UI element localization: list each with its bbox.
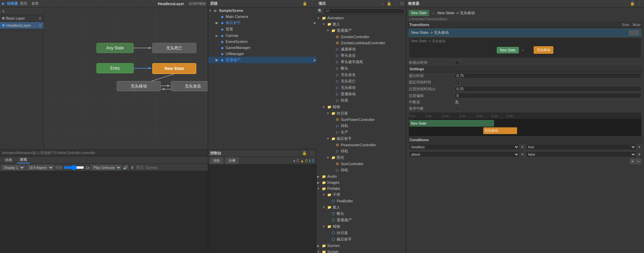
solo-btn[interactable] bbox=[629, 30, 634, 35]
audio-toggle[interactable]: 🔊 bbox=[123, 165, 128, 170]
proj-sun-ctrl[interactable]: ⚙ SunFlowerController bbox=[316, 117, 406, 123]
proj-sunflower-folder[interactable]: ▼ 📁 向日葵 bbox=[316, 110, 406, 117]
new-state-node[interactable]: New State bbox=[152, 63, 196, 74]
wutou-gongji-node[interactable]: 无头攻击 bbox=[171, 81, 208, 91]
new-state-track[interactable]: New State bbox=[409, 120, 494, 127]
proj-pea-prefab[interactable]: ⬡ 豌豆射手 bbox=[316, 236, 406, 243]
search-input[interactable] bbox=[324, 8, 404, 14]
tab-animation[interactable]: 动画 bbox=[2, 157, 15, 163]
proj-zombie-ctrl[interactable]: ⚙ ZombieController bbox=[316, 34, 406, 40]
proj-animation-folder[interactable]: ▼ 📁 Animation bbox=[316, 15, 406, 21]
proj-wutou-si-anim[interactable]: ▷ 无头死亡 bbox=[316, 78, 406, 84]
proj-daiji-anim[interactable]: ▷ 待机 bbox=[316, 123, 406, 129]
tree-canvas[interactable]: ▶ ◆ Canvas bbox=[208, 32, 316, 39]
condition-value-dropdown-2[interactable]: ▼ bbox=[638, 152, 641, 156]
gizmos-label[interactable]: Gizmos bbox=[145, 166, 158, 170]
headless-gear-icon[interactable]: ⚙ bbox=[39, 24, 42, 27]
proj-sun-daiji[interactable]: ▷ 待机 bbox=[316, 167, 406, 173]
tree-peashooter[interactable]: ▶ ◆ 豌豆射手 ▶ bbox=[208, 20, 316, 26]
has-exit-checkbox[interactable] bbox=[455, 60, 460, 65]
proj-sun-folder[interactable]: ▼ 📁 阳光 bbox=[316, 154, 406, 161]
layer-headless[interactable]: HeadlessLayer ⚙ bbox=[0, 22, 44, 29]
any-state-node[interactable]: Any State bbox=[96, 43, 134, 53]
condition-value-1[interactable]: true bbox=[526, 144, 637, 150]
add-layer-btn[interactable]: + bbox=[2, 8, 5, 14]
tab-game[interactable]: 游戏 bbox=[17, 156, 30, 163]
console-menu[interactable]: ⋮ bbox=[309, 151, 314, 156]
add-condition-btn[interactable]: + bbox=[630, 159, 635, 164]
ordered-interruption-checkbox[interactable] bbox=[455, 106, 460, 111]
console-lock[interactable]: 🔓 bbox=[302, 151, 307, 156]
clear-btn[interactable]: 清除 bbox=[210, 157, 223, 164]
proj-pea-folder[interactable]: ▼ 📁 豌豆射手 bbox=[316, 135, 406, 142]
inspector-lock[interactable]: 🔓 bbox=[630, 1, 635, 6]
wutou-yidong-track[interactable]: 无头移动 bbox=[483, 127, 517, 134]
proj-wutou-gongji-anim[interactable]: ▷ 无头攻击 bbox=[316, 72, 406, 78]
remove-condition-btn[interactable]: − bbox=[636, 159, 641, 164]
project-menu[interactable]: ⋮ bbox=[393, 1, 399, 6]
exit-time-input[interactable] bbox=[455, 73, 641, 78]
proj-prefabs-folder[interactable]: ▼ 📁 Prefabs bbox=[316, 185, 406, 192]
condition-dropdown-1[interactable]: ▼ bbox=[521, 145, 525, 149]
project-add[interactable]: + bbox=[380, 1, 385, 6]
transitions-section-header[interactable]: Transitions Solo Mute bbox=[407, 22, 643, 28]
proj-scripts-folder[interactable]: ▼ 📁 Scripts bbox=[316, 249, 406, 253]
tree-uimanager[interactable]: ◆ UIManager bbox=[208, 51, 316, 57]
collapse-btn[interactable]: 折叠 bbox=[226, 157, 239, 164]
proj-daigong-anim[interactable]: ▷ 带头攻击 bbox=[316, 52, 406, 59]
tree-bg[interactable]: ◆ 背景 bbox=[208, 26, 316, 32]
condition-param-2[interactable]: attack bbox=[409, 151, 519, 157]
proj-zombie-lost-ctrl[interactable]: ⚙ ZombieLostHeadController bbox=[316, 40, 406, 46]
tree-main-camera[interactable]: ◆ Main Camera bbox=[208, 14, 316, 20]
transition-offset-input[interactable] bbox=[455, 93, 641, 98]
condition-dropdown-2[interactable]: ▼ bbox=[521, 152, 525, 156]
project-lock[interactable]: 🔓 bbox=[386, 1, 392, 6]
proj-audio-folder[interactable]: ▶ 📁 Audio bbox=[316, 173, 406, 179]
proj-zidan-folder[interactable]: ▼ 📁 子弹 bbox=[316, 192, 406, 198]
autolink-label[interactable]: 自动时锁链 bbox=[189, 1, 206, 6]
fixed-duration-checkbox[interactable] bbox=[455, 80, 460, 85]
proj-zombie-prefab[interactable]: ⬡ 普通僵尸 bbox=[316, 217, 406, 223]
scene-item[interactable]: ▼ ▶ SampleScene bbox=[208, 7, 316, 14]
canvas-area[interactable]: Any State Entry New State 无头死亡 无头移动 bbox=[44, 7, 208, 142]
proj-scenes-folder[interactable]: ▶ 📁 Scenes bbox=[316, 243, 406, 249]
proj-jiansu-anim[interactable]: ▷ 减速移动 bbox=[316, 46, 406, 52]
animator-tab-canshu[interactable]: 参数 bbox=[31, 1, 39, 6]
proj-pea-ctrl[interactable]: ⚙ PeashooterController bbox=[316, 142, 406, 148]
condition-value-dropdown-1[interactable]: ▼ bbox=[638, 145, 641, 149]
hierarchy-lock[interactable]: 🔓 bbox=[302, 1, 308, 6]
proj-diren-folder2[interactable]: ▼ 📁 敌人 bbox=[316, 204, 406, 210]
proj-sunflower-prefab[interactable]: ⬡ 向日葵 bbox=[316, 230, 406, 236]
proj-peabullet-prefab[interactable]: ⬡ PeaBullet bbox=[316, 198, 406, 204]
proj-daiche-anim[interactable]: ▷ 带头被车撞死 bbox=[316, 59, 406, 65]
wutou-si-node[interactable]: 无头死亡 bbox=[152, 43, 196, 53]
conditions-section-header[interactable]: Conditions bbox=[407, 137, 643, 143]
proj-enemy-folder[interactable]: ▼ 📁 敌人 bbox=[316, 21, 406, 27]
game-panel-menu[interactable]: ⋮ bbox=[200, 157, 206, 163]
mute-btn[interactable] bbox=[634, 30, 639, 35]
proj-duantou-anim[interactable]: ▷ 断头 bbox=[316, 65, 406, 72]
aspect-select[interactable]: 16:9 Aspect bbox=[26, 165, 54, 170]
proj-images-folder[interactable]: ▶ 📁 Images bbox=[316, 179, 406, 185]
inspector-menu[interactable]: ⋮ bbox=[637, 1, 642, 6]
proj-duantou-prefab[interactable]: ⬡ 断头 bbox=[316, 210, 406, 217]
proj-zombie-folder[interactable]: ▼ 📁 普通僵尸 bbox=[316, 27, 406, 34]
tree-eventsystem[interactable]: ◆ EventSystem bbox=[208, 39, 316, 45]
proj-plant-folder[interactable]: ▼ 📁 植物 bbox=[316, 104, 406, 110]
condition-param-1[interactable]: headless bbox=[409, 144, 519, 150]
proj-wutou-yidong-anim[interactable]: ▷ 无头移动 bbox=[316, 84, 406, 91]
transition-item[interactable]: New State -> 无头移动 bbox=[409, 29, 641, 36]
settings-section-header[interactable]: Settings bbox=[407, 66, 643, 72]
proj-zhasi-anim[interactable]: ▷ 炸死 bbox=[316, 97, 406, 104]
play-select[interactable]: Play Unfocused bbox=[91, 165, 121, 170]
transition-duration-input[interactable] bbox=[455, 86, 641, 92]
proj-pea-daiji[interactable]: ▷ 待机 bbox=[316, 148, 406, 154]
proj-plant-folder2[interactable]: ▼ 📁 植物 bbox=[316, 223, 406, 230]
layer-gear-icon[interactable]: ⚙ bbox=[39, 17, 42, 20]
proj-sun-ctrl-item[interactable]: ⚙ SunController bbox=[316, 161, 406, 167]
condition-value-2[interactable]: false bbox=[526, 151, 637, 157]
wutou-yidong-node[interactable]: 无头移动 bbox=[117, 81, 161, 91]
hierarchy-menu[interactable]: ⋮ bbox=[309, 1, 314, 6]
display-select[interactable]: Display 1 bbox=[1, 165, 25, 170]
timeline-area[interactable]: 0:00 0:05 0:10 0:15 0:20- 0:25 0:00 New … bbox=[409, 112, 641, 136]
